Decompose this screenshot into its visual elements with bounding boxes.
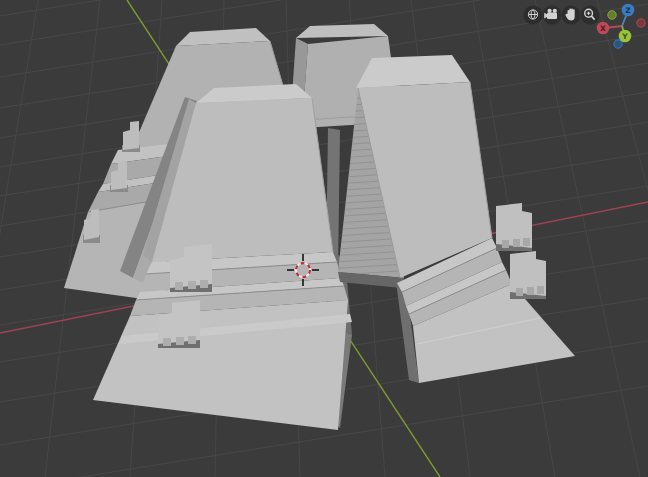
gizmo-x-label: X	[600, 24, 606, 33]
gizmo-x-handle[interactable]: X	[597, 22, 610, 35]
gizmo-minus-y-handle[interactable]	[608, 11, 616, 19]
gizmo-minus-x-handle[interactable]	[637, 19, 645, 27]
gizmo-z-label: Z	[625, 6, 631, 15]
move-view-button[interactable]	[562, 6, 581, 25]
gizmo-y-label: Y	[621, 32, 628, 41]
toggle-projection-button[interactable]	[524, 6, 543, 25]
zoom-view-button[interactable]	[581, 6, 600, 25]
gizmo-z-handle[interactable]: Z	[622, 4, 635, 17]
blender-3d-viewport[interactable]: Z X Y	[0, 0, 648, 477]
gizmo-minus-z-handle[interactable]	[614, 40, 622, 48]
gizmo-y-handle[interactable]: Y	[619, 30, 632, 43]
camera-view-button[interactable]	[543, 6, 562, 25]
viewport-canvas[interactable]: Z X Y	[0, 0, 648, 477]
